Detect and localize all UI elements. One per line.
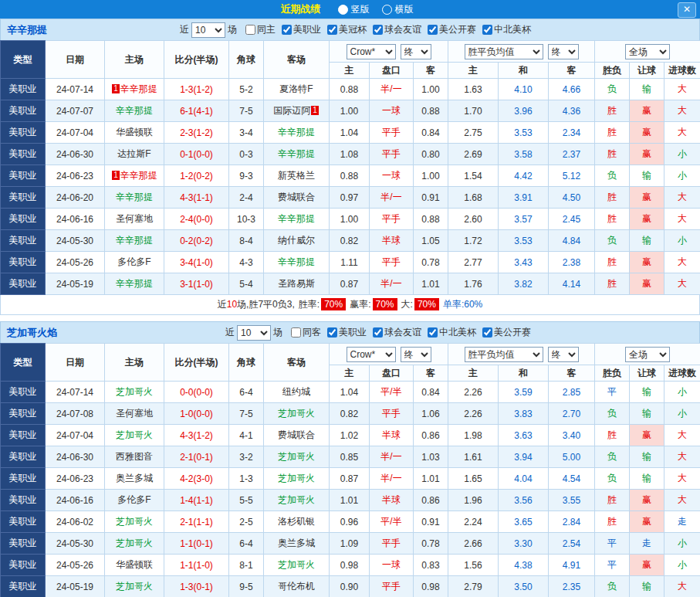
team-link[interactable]: 辛辛那提 [278,127,315,137]
team-link[interactable]: 芝加哥火 [116,386,153,397]
home-team-cell: 辛辛那提 [105,187,164,209]
layout-radio-vertical[interactable]: 竖版 [338,3,370,16]
team-link[interactable]: 洛杉矶银 [278,516,315,527]
team-link[interactable]: 芝加哥火 [278,451,315,462]
date-cell: 24-06-30 [46,144,105,165]
score-cell: 6-1(4-1) [164,100,229,122]
league-checkbox-input[interactable] [482,327,492,338]
team-link[interactable]: 华盛顿联 [116,559,153,570]
euro-away-odds: 4.66 [549,79,595,100]
team-link[interactable]: 辛辛那提 [116,235,153,246]
team-link[interactable]: 华盛顿联 [116,127,153,137]
league-checkbox[interactable]: 美冠杯 [321,23,367,36]
league-checkbox[interactable]: 中北美杯 [476,23,531,36]
team-link[interactable]: 费城联合 [278,192,315,202]
asian-time-select[interactable]: 终 [401,347,431,362]
asian-home-odds: 1.11 [330,252,370,273]
same-venue-checkbox[interactable]: 同主 [239,23,276,36]
league-checkbox[interactable]: 美公开赛 [421,23,476,36]
handicap-result-cell: 赢 [630,425,664,446]
same-venue-checkbox-input[interactable] [291,327,301,338]
asian-time-select[interactable]: 终 [401,44,431,59]
team-link[interactable]: 辛辛那提 [278,213,315,224]
team-link[interactable]: 夏洛特F [279,83,313,94]
team-link[interactable]: 圣何塞地 [116,408,153,419]
league-checkbox[interactable]: 美职业 [276,23,321,36]
match-row: 美职业24-06-02芝加哥火2-1(1-1)2-5洛杉矶银0.96平/半0.9… [1,511,700,533]
team-link[interactable]: 1辛辛那提 [111,83,157,94]
league-checkbox-input[interactable] [327,25,337,35]
league-checkbox-input[interactable] [482,25,492,35]
team-link[interactable]: 奥兰多城 [116,473,153,483]
handicap-result-cell: 赢 [630,273,664,295]
score-cell: 1-4(1-1) [164,490,229,511]
date-cell: 24-06-02 [46,511,105,533]
asian-handicap: 半/一 [370,446,414,468]
asian-home-odds: 0.96 [330,511,370,533]
league-checkbox[interactable]: 美公开赛 [476,326,531,339]
team-link[interactable]: 西雅图音 [116,451,153,462]
team-link[interactable]: 达拉斯F [117,148,150,159]
team-link[interactable]: 圣路易斯 [278,278,315,289]
team-link[interactable]: 芝加哥火 [116,581,153,592]
outcome-cell: 胜 [595,100,630,122]
euro-time-select[interactable]: 终 [548,347,579,362]
team-link[interactable]: 1辛辛那提 [111,170,157,181]
asian-home-odds: 0.90 [330,576,370,597]
team-link[interactable]: 哥伦布机 [278,581,315,592]
team-link[interactable]: 纽约城 [282,386,310,397]
team-link[interactable]: 辛辛那提 [278,256,315,267]
match-row: 美职业24-07-14芝加哥火0-0(0-0)6-4纽约城1.04平/半0.84… [1,382,700,403]
same-venue-checkbox[interactable]: 同客 [285,326,321,339]
home-team-cell: 芝加哥火 [105,533,164,555]
league-checkbox[interactable]: 中北美杯 [421,326,476,339]
team-link[interactable]: 芝加哥火 [278,473,315,483]
team-link[interactable]: 辛辛那提 [278,148,315,159]
match-count-select[interactable]: 10 [191,22,225,38]
league-checkbox-input[interactable] [282,25,292,35]
match-count-select[interactable]: 10 [237,325,271,341]
bookmaker-select[interactable]: Crow* [347,44,396,59]
goals-result-cell: 大 [664,209,700,230]
team-link[interactable]: 多伦多F [117,256,150,267]
league-checkbox[interactable]: 美职业 [321,326,367,339]
team-link[interactable]: 芝加哥火 [278,559,315,570]
euro-odds-select[interactable]: 胜平负均值 [465,44,543,59]
team-link[interactable]: 纳什威尔 [278,235,315,246]
league-checkbox-input[interactable] [428,327,438,338]
asian-handicap: 一球 [370,100,414,122]
euro-time-select[interactable]: 终 [548,44,579,59]
team-link[interactable]: 辛辛那提 [116,278,153,289]
league-checkbox-input[interactable] [373,327,383,338]
team-link[interactable]: 费城联合 [278,429,315,440]
home-team-cell: 芝加哥火 [105,425,164,446]
team-link[interactable]: 奥兰多城 [278,538,315,548]
team-link[interactable]: 圣何塞地 [116,213,153,224]
team-link[interactable]: 芝加哥火 [278,408,315,419]
fulltime-select[interactable]: 全场 [625,44,670,59]
league-checkbox[interactable]: 球会友谊 [367,23,421,36]
league-checkbox-input[interactable] [327,327,337,338]
radio-vertical-label: 竖版 [351,3,370,16]
team-link[interactable]: 辛辛那提 [116,192,153,202]
league-cell: 美职业 [1,490,46,511]
checkbox-label: 美职业 [339,326,367,339]
same-venue-checkbox-input[interactable] [245,25,255,35]
close-icon[interactable]: ✕ [678,2,696,18]
team-link[interactable]: 芝加哥火 [116,538,153,548]
layout-radio-horizontal[interactable]: 横版 [382,3,414,16]
fulltime-select[interactable]: 全场 [625,347,670,362]
league-checkbox-input[interactable] [428,25,438,35]
team-link[interactable]: 多伦多F [117,494,150,505]
team-link[interactable]: 辛辛那提 [116,105,153,116]
team-link[interactable]: 芝加哥火 [278,494,315,505]
corner-cell: 0-3 [229,144,264,165]
bookmaker-select[interactable]: Crow* [347,347,396,362]
team-link[interactable]: 芝加哥火 [116,429,153,440]
euro-odds-select[interactable]: 胜平负均值 [465,347,543,362]
team-link[interactable]: 芝加哥火 [116,516,153,527]
team-link[interactable]: 新英格兰 [278,170,315,181]
league-checkbox[interactable]: 球会友谊 [367,326,421,339]
team-link[interactable]: 国际迈阿1 [273,105,320,116]
league-checkbox-input[interactable] [373,25,383,35]
